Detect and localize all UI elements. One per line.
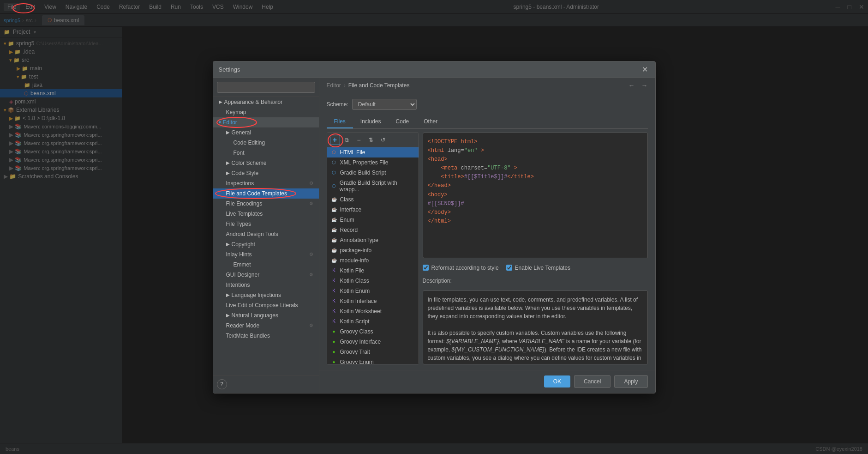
nav-code-style[interactable]: ▶ Code Style [213,168,319,178]
nav-copyright[interactable]: ▶ Copyright [213,239,319,249]
nav-live-edit[interactable]: Live Edit of Compose Literals [213,300,319,310]
ok-button[interactable]: OK [544,375,570,387]
nav-language-injections[interactable]: ▶ Language Injections [213,290,319,300]
live-templates-checkbox[interactable] [506,265,512,271]
reformat-checkbox-label[interactable]: Reformat according to style [423,265,499,271]
template-gradle-build-wrap[interactable]: ⬡ Gradle Build Script with wrapp... [327,178,419,194]
reformat-label: Reformat according to style [431,265,499,271]
desc-para-2: It is also possible to specify custom va… [428,329,643,364]
add-template-button[interactable]: + [330,135,340,145]
nav-file-encodings[interactable]: File Encodings ⚙ [213,199,319,209]
tab-includes[interactable]: Includes [353,115,389,128]
xml-props-icon: ⬡ [331,159,337,166]
dialog-close-button[interactable]: ✕ [641,65,650,74]
nav-appearance[interactable]: ▶ Appearance & Behavior [213,97,319,107]
nav-code-editing[interactable]: Code Editing [213,138,319,148]
nav-gui-label: GUI Designer [226,272,260,278]
nav-reader-mode[interactable]: Reader Mode ⚙ [213,321,319,331]
template-kotlin-interface[interactable]: K Kotlin Interface [327,296,419,306]
kotlin-interface-icon: K [331,298,337,304]
dialog-body: ▶ Appearance & Behavior Keymap ▾ Editor [213,78,655,393]
reorder-template-button[interactable]: ⇅ [366,135,376,145]
template-annotation-type[interactable]: ☕ AnnotationType [327,235,419,245]
nav-emmet[interactable]: Emmet [213,260,319,270]
nav-intentions[interactable]: Intentions [213,280,319,290]
description-title: Description: [423,278,648,284]
template-record[interactable]: ☕ Record [327,225,419,235]
template-package-info[interactable]: ☕ package-info [327,245,419,255]
template-interface[interactable]: ☕ Interface [327,205,419,215]
nav-code-editing-label: Code Editing [233,139,265,146]
nav-file-code-templates[interactable]: File and Code Templates [213,188,319,199]
template-kotlin-file[interactable]: K Kotlin File [327,266,419,276]
template-groovy-enum[interactable]: ● Groovy Enum [327,357,419,364]
nav-textmate[interactable]: TextMate Bundles [213,331,319,341]
nav-color-scheme[interactable]: ▶ Color Scheme [213,158,319,168]
template-groovy-interface[interactable]: ● Groovy Interface [327,337,419,347]
enum-icon: ☕ [331,217,337,223]
editor-expand-icon: ▾ [219,120,221,125]
cancel-button[interactable]: Cancel [574,375,611,388]
groovy-enum-icon: ● [331,359,337,364]
nav-back-button[interactable]: ← [629,82,635,89]
remove-template-button[interactable]: − [354,135,364,145]
template-kotlin-script[interactable]: K Kotlin Script [327,316,419,327]
live-templates-checkbox-label[interactable]: Enable Live Templates [506,265,571,271]
help-button[interactable]: ? [217,379,227,389]
nav-editor[interactable]: ▾ Editor [213,117,319,127]
nav-keymap[interactable]: Keymap [213,107,319,117]
nav-gui-designer[interactable]: GUI Designer ⚙ [213,270,319,280]
copy-template-button[interactable]: ⧉ [342,135,352,145]
nav-natural-langs[interactable]: ▶ Natural Languages [213,310,319,321]
tab-files[interactable]: Files [327,115,353,128]
nav-live-templates[interactable]: Live Templates [213,209,319,219]
nav-general[interactable]: ▶ General [213,127,319,138]
dialog-title-bar: Settings ✕ [213,61,655,78]
nav-font-label: Font [233,150,245,156]
nav-file-types[interactable]: File Types [213,219,319,229]
nav-live-edit-label: Live Edit of Compose Literals [226,302,298,309]
template-groovy-class[interactable]: ● Groovy Class [327,327,419,337]
nav-code-style-label: Code Style [232,170,259,176]
nav-file-templates-label: File and Code Templates [226,190,287,197]
breadcrumb-parent: Editor [327,82,341,89]
template-enum[interactable]: ☕ Enum [327,215,419,225]
template-module-info[interactable]: ☕ module-info [327,255,419,266]
nav-forward-button[interactable]: → [641,82,648,89]
settings-search-input[interactable] [217,82,315,93]
dialog-footer: OK Cancel Apply [319,370,655,393]
settings-search-area [213,78,319,97]
template-kotlin-worksheet[interactable]: K Kotlin Worksheet [327,306,419,316]
inspections-icon: ⚙ [309,181,313,186]
template-gradle-build[interactable]: ⬡ Gradle Build Script [327,168,419,178]
reformat-checkbox[interactable] [423,265,429,271]
code-editor[interactable]: <!DOCTYPE html> <html lang="en" > <head> [423,133,648,258]
breadcrumb-separator: › [344,82,346,89]
file-templates-tabs: Files Includes Code Other [327,115,648,129]
reader-mode-icon: ⚙ [309,323,313,328]
scheme-select[interactable]: Default [352,99,417,110]
tab-code[interactable]: Code [389,115,417,128]
template-html-file[interactable]: ⬡ HTML File [327,147,419,157]
template-groovy-trait[interactable]: ● Groovy Trait [327,347,419,357]
tab-other[interactable]: Other [416,115,445,128]
nav-lang-inject-label: Language Injections [232,292,281,298]
apply-button[interactable]: Apply [614,375,647,388]
template-class[interactable]: ☕ Class [327,194,419,205]
code-line-5: <title>#[[$Title$]]#</title> [428,173,643,182]
record-icon: ☕ [331,227,337,233]
nav-inlay-label: Inlay Hints [226,251,252,258]
template-kotlin-class[interactable]: K Kotlin Class [327,276,419,286]
inlay-hints-icon: ⚙ [309,252,313,257]
template-kotlin-enum[interactable]: K Kotlin Enum [327,286,419,296]
nav-inspections[interactable]: Inspections ⚙ [213,178,319,188]
template-xml-props[interactable]: ⬡ XML Properties File [327,157,419,168]
groovy-interface-icon: ● [331,339,337,345]
interface-icon: ☕ [331,206,337,213]
nav-font[interactable]: Font [213,148,319,158]
nav-android-design[interactable]: Android Design Tools [213,229,319,239]
kotlin-enum-icon: K [331,288,337,294]
nav-inlay-hints[interactable]: Inlay Hints ⚙ [213,249,319,260]
reset-template-button[interactable]: ↺ [378,135,388,145]
kotlin-worksheet-icon: K [331,308,337,315]
